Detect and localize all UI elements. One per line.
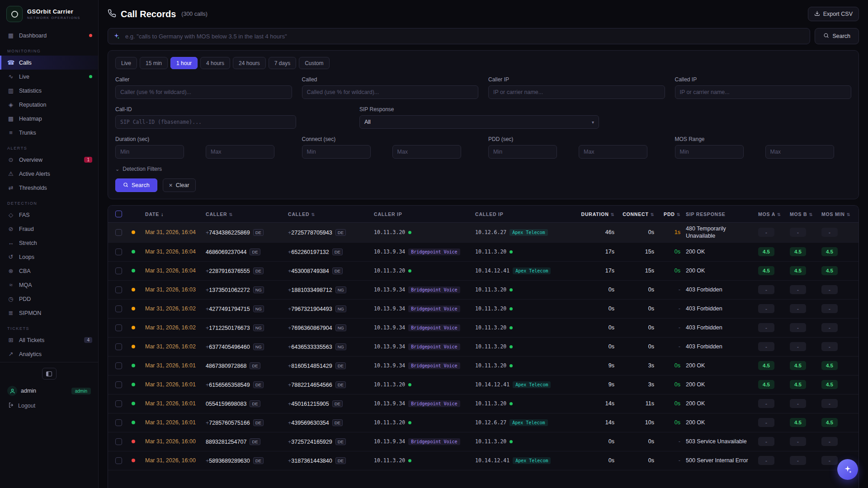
column-header-date[interactable]: DATE↓ <box>142 211 203 217</box>
export-csv-button[interactable]: Export CSV <box>808 7 859 21</box>
country-badge: DE <box>332 400 343 407</box>
sidebar-item-trunks[interactable]: ≡Trunks <box>0 126 98 140</box>
duration-value: 0s <box>576 457 617 464</box>
row-checkbox[interactable] <box>115 249 122 255</box>
user-menu[interactable]: admin admin <box>7 386 91 396</box>
sidebar-item-heatmap[interactable]: ▩Heatmap <box>0 112 98 126</box>
ai-search-button[interactable]: Search <box>815 28 859 44</box>
sidebar-item-thresholds[interactable]: ⇄Thresholds <box>0 181 98 195</box>
time-range-live[interactable]: Live <box>115 57 137 69</box>
filter-clear-button[interactable]: × Clear <box>163 178 196 192</box>
call-record-row[interactable]: Mar 31, 2026, 16:014867380972868DE+81605… <box>108 357 859 375</box>
wave-icon: ≈ <box>7 282 14 288</box>
row-checkbox[interactable] <box>115 438 122 445</box>
mos-max-input[interactable] <box>765 145 834 159</box>
time-range-24-hours[interactable]: 24 hours <box>233 57 266 69</box>
call-record-row[interactable]: Mar 31, 2026, 16:010554159698083DE+45016… <box>108 394 859 413</box>
sidebar-item-stretch[interactable]: ↔Stretch <box>0 236 98 250</box>
caller-ip-filter-input[interactable] <box>488 85 665 99</box>
connect-min-input[interactable] <box>302 145 371 159</box>
caller-filter-input[interactable] <box>115 85 292 99</box>
row-checkbox[interactable] <box>115 343 122 350</box>
duration-value: 0s <box>576 305 617 312</box>
sidebar-item-loops[interactable]: ↺Loops <box>0 250 98 264</box>
call-record-row[interactable]: Mar 31, 2026, 16:03+1373501062272NG+1881… <box>108 281 859 300</box>
call-record-row[interactable]: Mar 31, 2026, 16:02+1712250176673NG+7696… <box>108 319 859 338</box>
sidebar-item-sipmon[interactable]: ≣SIPMON <box>0 306 98 320</box>
row-checkbox[interactable] <box>115 400 122 407</box>
called-ip: 10.11.3.20 <box>472 324 576 331</box>
call-id-filter-input[interactable] <box>115 115 296 129</box>
call-record-row[interactable]: Mar 31, 2026, 16:04+7434386225869DE+2725… <box>108 223 859 243</box>
time-range-7-days[interactable]: 7 days <box>269 57 296 69</box>
sidebar-item-statistics[interactable]: ▥Statistics <box>0 84 98 98</box>
column-header-duration[interactable]: DURATION⇅ <box>576 211 617 217</box>
column-header-connect[interactable]: CONNECT⇅ <box>617 211 657 217</box>
time-range-custom[interactable]: Custom <box>299 57 329 69</box>
sidebar-item-live[interactable]: ∿Live <box>0 70 98 84</box>
logout-button[interactable]: Logout <box>7 402 91 409</box>
column-header-called[interactable]: CALLED⇅ <box>285 211 371 217</box>
sidebar-item-mqa[interactable]: ≈MQA <box>0 278 98 292</box>
sidebar-item-dashboard[interactable]: ▦Dashboard <box>0 28 98 42</box>
sidebar-item-fas[interactable]: ◇FAS <box>0 208 98 222</box>
time-range-15-min[interactable]: 15 min <box>140 57 168 69</box>
column-header-mos-a[interactable]: MOS A⇅ <box>755 211 787 217</box>
sip-response: 200 OK <box>683 246 755 258</box>
call-record-row[interactable]: Mar 31, 2026, 16:02+4277491794715NG+7967… <box>108 300 859 319</box>
call-record-row[interactable]: Mar 31, 2026, 16:01+7285760575166DE+4395… <box>108 413 859 432</box>
called-filter-input[interactable] <box>302 85 479 99</box>
call-record-row[interactable]: Mar 31, 2026, 16:008893281254707DE+37257… <box>108 432 859 451</box>
sidebar-item-all-tickets[interactable]: ⊞All Tickets4 <box>0 333 98 347</box>
row-checkbox[interactable] <box>115 381 122 388</box>
sidebar-item-cba[interactable]: ⊗CBA <box>0 264 98 278</box>
time-range-1-hour[interactable]: 1 hour <box>170 57 198 69</box>
column-header-pdd[interactable]: PDD⇅ <box>657 211 683 217</box>
sidebar-item-calls[interactable]: ☎Calls <box>0 56 98 70</box>
collapse-sidebar-button[interactable] <box>42 368 57 380</box>
ai-assistant-button[interactable] <box>837 459 858 480</box>
column-header-caller[interactable]: CALLER⇅ <box>203 211 285 217</box>
row-checkbox[interactable] <box>115 362 122 369</box>
sidebar-item-fraud[interactable]: ⊘Fraud <box>0 222 98 236</box>
sidebar-item-reputation[interactable]: ◈Reputation <box>0 98 98 112</box>
duration-min-input[interactable] <box>115 145 184 159</box>
row-checkbox[interactable] <box>115 267 122 274</box>
sidebar-item-analytics[interactable]: ↗Analytics <box>0 347 98 361</box>
pdd-min-input[interactable] <box>488 145 557 159</box>
row-checkbox[interactable] <box>115 305 122 312</box>
call-record-row[interactable]: Mar 31, 2026, 16:02+6377405496460NG+6436… <box>108 338 859 357</box>
select-all-checkbox[interactable] <box>115 211 122 217</box>
sidebar-item-overview[interactable]: ⊙Overview1 <box>0 153 98 167</box>
row-checkbox[interactable] <box>115 419 122 426</box>
caller-number: +7285760575166DE <box>203 419 285 426</box>
column-header-mos-b[interactable]: MOS B⇅ <box>787 211 819 217</box>
pdd-max-input[interactable] <box>579 145 647 159</box>
row-checkbox[interactable] <box>115 286 122 293</box>
connect-max-input[interactable] <box>392 145 461 159</box>
column-label: CALLED IP <box>475 211 504 217</box>
call-record-row[interactable]: Mar 31, 2026, 16:01+6156565358549DE+7882… <box>108 375 859 394</box>
called-ip-filter-input[interactable] <box>675 85 852 99</box>
sip-response-select[interactable]: All ▾ <box>359 115 599 129</box>
mos-b-badge: 4.5 <box>790 418 806 427</box>
call-record-row[interactable]: Mar 31, 2026, 16:044686069237044DE+65226… <box>108 243 859 262</box>
sidebar-item-pdd[interactable]: ◷PDD <box>0 292 98 306</box>
ai-search-input[interactable] <box>108 28 810 44</box>
nav-item-label: PDD <box>19 296 31 302</box>
server-icon: ≡ <box>7 129 14 136</box>
table-header: DATE↓CALLER⇅CALLED⇅CALLER IPCALLED IPDUR… <box>108 206 859 223</box>
filter-search-button[interactable]: Search <box>115 178 157 192</box>
duration-max-input[interactable] <box>206 145 274 159</box>
row-checkbox[interactable] <box>115 457 122 464</box>
row-checkbox[interactable] <box>115 229 122 236</box>
mos-min-badge: - <box>821 399 838 408</box>
mos-min-input[interactable] <box>675 145 744 159</box>
sidebar-item-active-alerts[interactable]: ⚠Active Alerts <box>0 167 98 181</box>
time-range-4-hours[interactable]: 4 hours <box>200 57 230 69</box>
detection-filters-toggle[interactable]: ⌄ Detection Filters <box>115 166 851 172</box>
call-record-row[interactable]: Mar 31, 2026, 16:00+5893689289630DE+3187… <box>108 451 859 470</box>
column-header-mos-min[interactable]: MOS MIN⇅ <box>819 211 859 217</box>
call-record-row[interactable]: Mar 31, 2026, 16:04+2287916376555DE+4530… <box>108 262 859 281</box>
row-checkbox[interactable] <box>115 324 122 331</box>
